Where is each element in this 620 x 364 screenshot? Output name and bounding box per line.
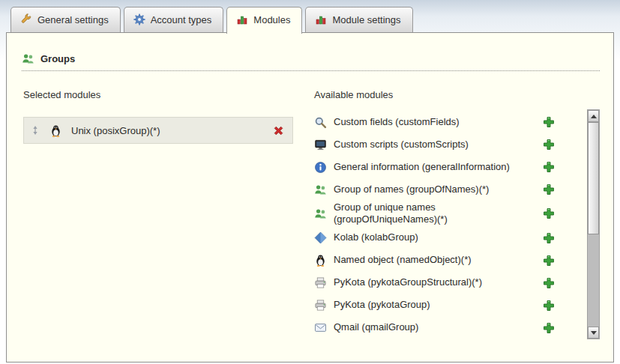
group-icon <box>314 183 327 196</box>
magnifier-icon <box>314 116 327 129</box>
scrollbar-track[interactable] <box>588 122 599 327</box>
available-module-row: PyKota (pykotaGroupStructural)(*) <box>314 272 555 294</box>
tab-label: Module settings <box>332 14 400 25</box>
module-label: Custom scripts (customScripts) <box>334 139 469 151</box>
screen-icon <box>314 139 327 151</box>
selected-modules-column: Selected modules Unix (posixGroup)(*) <box>23 89 293 339</box>
available-module-row: Custom scripts (customScripts) <box>314 133 555 156</box>
add-module-button[interactable] <box>543 116 555 128</box>
gear-icon <box>133 13 145 25</box>
available-modules-list: Custom fields (customFields) Custom scri… <box>314 111 600 339</box>
selected-modules-heading: Selected modules <box>23 89 293 100</box>
add-module-button[interactable] <box>543 277 555 289</box>
module-label: Custom fields (customFields) <box>334 116 460 128</box>
groups-section-heading: Groups <box>22 52 600 71</box>
tab-account-types[interactable]: Account types <box>124 7 224 32</box>
add-module-button[interactable] <box>543 139 555 151</box>
add-module-button[interactable] <box>543 161 555 173</box>
sort-handle-icon[interactable] <box>30 124 40 136</box>
available-module-row: Custom fields (customFields) <box>314 111 555 133</box>
selected-module-label: Unix (posixGroup)(*) <box>71 125 160 136</box>
tab-label: Account types <box>151 14 212 25</box>
tab-general-settings[interactable]: General settings <box>10 7 121 32</box>
add-module-button[interactable] <box>543 300 555 312</box>
modules-icon <box>236 13 248 25</box>
delete-module-button[interactable] <box>272 124 285 137</box>
tab-label: General settings <box>37 14 109 25</box>
mail-icon <box>314 321 327 334</box>
arrow-down-icon <box>591 331 597 335</box>
available-module-row: PyKota (pykotaGroup) <box>314 294 555 317</box>
info-icon <box>314 161 327 174</box>
penguin-icon <box>314 254 327 267</box>
module-label: General information (generalInformation) <box>334 161 510 173</box>
module-label: PyKota (pykotaGroupStructural)(*) <box>334 276 482 288</box>
module-label: PyKota (pykotaGroup) <box>334 299 430 311</box>
add-module-button[interactable] <box>543 183 555 195</box>
section-title: Groups <box>40 53 75 64</box>
modules-icon <box>315 13 327 25</box>
available-module-row: Group of names (groupOfNames)(*) <box>314 178 555 201</box>
available-module-row: Qmail (qmailGroup) <box>314 317 555 339</box>
tab-module-settings[interactable]: Module settings <box>305 7 412 32</box>
penguin-icon <box>49 124 62 137</box>
available-modules-heading: Available modules <box>314 89 600 100</box>
available-module-row: Group of unique names (groupOfUniqueName… <box>314 201 555 227</box>
available-modules-column: Available modules Custom fields (customF… <box>314 89 600 339</box>
selected-modules-list: Unix (posixGroup)(*) <box>23 117 293 144</box>
tab-modules[interactable]: Modules <box>226 7 302 34</box>
tab-bar: General settings Account types Modules M… <box>0 0 620 32</box>
module-columns: Selected modules Unix (posixGroup)(*) Av… <box>7 89 613 339</box>
scroll-down-button[interactable] <box>588 327 599 339</box>
available-module-row: Kolab (kolabGroup) <box>314 227 555 249</box>
available-module-row: Named object (namedObject)(*) <box>314 249 555 272</box>
groups-icon <box>22 52 34 65</box>
tab-label: Modules <box>253 14 290 25</box>
wrench-icon <box>20 13 32 25</box>
kolab-icon <box>314 231 327 244</box>
modules-panel: Groups Selected modules Unix (posixGroup… <box>6 32 614 363</box>
available-module-row: General information (generalInformation) <box>314 156 555 178</box>
module-label: Kolab (kolabGroup) <box>334 231 418 243</box>
add-module-button[interactable] <box>543 255 555 267</box>
module-label: Group of names (groupOfNames)(*) <box>334 183 489 195</box>
add-module-button[interactable] <box>543 322 555 334</box>
arrow-up-icon <box>591 115 597 118</box>
printer-icon <box>314 299 327 312</box>
module-label: Qmail (qmailGroup) <box>334 321 418 333</box>
module-label: Named object (namedObject)(*) <box>334 254 472 266</box>
printer-icon <box>314 276 327 289</box>
add-module-button[interactable] <box>543 232 555 244</box>
available-modules-scrollbar <box>587 109 600 339</box>
add-module-button[interactable] <box>543 207 555 219</box>
group-icon <box>314 207 327 220</box>
module-label: Group of unique names (groupOfUniqueName… <box>334 201 532 226</box>
scroll-up-button[interactable] <box>588 110 599 122</box>
scrollbar-thumb[interactable] <box>588 122 599 234</box>
selected-module-row: Unix (posixGroup)(*) <box>23 117 293 144</box>
